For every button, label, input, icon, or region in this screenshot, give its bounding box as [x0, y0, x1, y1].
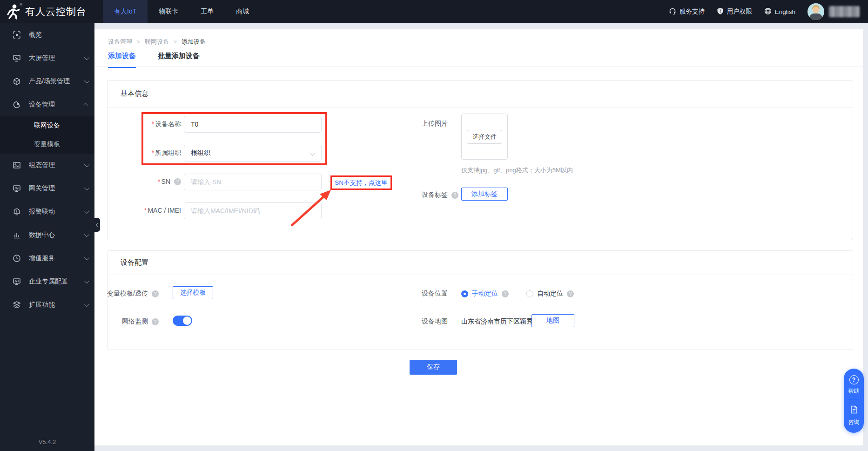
navbar-right: 服务支持 用户权限 English — [669, 0, 868, 23]
sidebar-item-variable-template[interactable]: 变量模板 — [0, 135, 94, 154]
network-monitor-label: 网络监测 ? — [108, 317, 159, 326]
sn-label: *SN ? — [108, 178, 181, 185]
user-permission[interactable]: 用户权限 — [717, 7, 752, 16]
sn-input[interactable] — [184, 174, 322, 190]
sn-not-supported-link[interactable]: SN不支持，点这里 — [330, 175, 392, 190]
service-support[interactable]: 服务支持 — [669, 7, 705, 16]
manual-locate-label[interactable]: 手动定位 — [472, 289, 498, 298]
pie-icon — [13, 101, 21, 109]
sidebar-item-scada-mgmt[interactable]: 组态管理 — [0, 154, 94, 177]
mac-imei-label: *MAC / IMEI — [108, 207, 181, 214]
chevron-down-icon — [84, 232, 89, 237]
chart-icon — [13, 231, 21, 239]
cube-icon — [13, 77, 21, 86]
auto-locate-help-icon[interactable]: ? — [567, 290, 574, 297]
alarm-icon — [13, 208, 21, 216]
clock-icon — [13, 254, 21, 263]
device-name-label: *设备名称 — [108, 120, 181, 128]
choose-template-button[interactable]: 选择模板 — [173, 286, 213, 299]
user-avatar[interactable] — [807, 3, 824, 20]
breadcrumb: 设备管理 > 联网设备 > 添加设备 — [108, 38, 206, 46]
sidebar-item-overview[interactable]: 概览 — [0, 23, 94, 47]
device-location-label: 设备位置 — [422, 289, 448, 298]
org-select[interactable] — [184, 145, 322, 162]
help-question-icon[interactable]: ? — [849, 375, 859, 384]
overview-icon — [13, 31, 21, 39]
app-title: 有人云控制台 — [25, 5, 87, 18]
chevron-down-icon — [84, 209, 89, 214]
manual-locate-help-icon[interactable]: ? — [502, 290, 509, 297]
sidebar-item-alarm-linkage[interactable]: 报警联动 — [0, 200, 94, 223]
sidebar-collapse-handle[interactable] — [94, 218, 100, 232]
basic-info-card: 基本信息 *设备名称 *所属组织 *SN ? *MAC / IMEI SN不支持… — [107, 80, 853, 240]
network-monitor-toggle[interactable] — [173, 316, 192, 326]
sidebar-item-enterprise-config[interactable]: 企业专属配置 — [0, 270, 94, 293]
registered-mark-icon: ® — [20, 3, 22, 6]
code-screen-icon — [13, 277, 21, 286]
chevron-down-icon — [84, 255, 89, 260]
image-icon — [13, 161, 21, 169]
tab-batch-add-device[interactable]: 批量添加设备 — [158, 52, 200, 68]
gateway-icon — [13, 184, 21, 193]
save-button[interactable]: 保存 — [410, 360, 457, 375]
choose-file-button[interactable]: 选择文件 — [467, 130, 502, 144]
sidebar-item-value-added[interactable]: 增值服务 — [0, 247, 94, 270]
device-name-input[interactable] — [184, 116, 322, 133]
usr-logo-icon: ® — [7, 4, 20, 20]
tags-help-icon[interactable]: ? — [451, 192, 458, 199]
map-button[interactable]: 地图 — [532, 314, 574, 327]
nav-tab-work-order[interactable]: 工单 — [189, 0, 225, 23]
chevron-left-icon — [96, 223, 100, 227]
sidebar-item-data-center[interactable]: 数据中心 — [0, 223, 94, 247]
consult-doc-icon[interactable] — [849, 405, 859, 416]
main-panel: 设备管理 > 联网设备 > 添加设备 添加设备 批量添加设备 基本信息 *设备名… — [94, 29, 863, 445]
sidebar-item-gateway-mgmt[interactable]: 网关管理 — [0, 177, 94, 200]
nav-tab-mall[interactable]: 商城 — [225, 0, 260, 23]
manual-locate-radio[interactable] — [461, 290, 468, 297]
device-mgmt-submenu: 联网设备 变量模板 — [0, 116, 94, 154]
template-help-icon[interactable]: ? — [152, 290, 159, 297]
network-help-icon[interactable]: ? — [152, 318, 159, 325]
nav-tab-usr-iot[interactable]: 有人IoT — [103, 0, 148, 23]
logo[interactable]: ® 有人云控制台 — [0, 0, 94, 23]
org-label: *所属组织 — [108, 149, 181, 157]
sidebar-item-networked-devices[interactable]: 联网设备 — [0, 116, 94, 135]
add-tag-button[interactable]: 添加标签 — [461, 188, 508, 201]
device-tags-label: 设备标签 ? — [422, 191, 458, 199]
sidebar-item-device-mgmt[interactable]: 设备管理 — [0, 93, 94, 116]
device-map-label: 设备地图 — [422, 317, 448, 326]
layers-icon — [13, 301, 21, 309]
upload-dropzone[interactable]: 选择文件 — [461, 114, 508, 160]
mac-imei-input[interactable] — [184, 202, 322, 219]
basic-info-title: 基本信息 — [108, 81, 853, 108]
breadcrumb-device-mgmt[interactable]: 设备管理 — [108, 38, 132, 46]
breadcrumb-networked-devices[interactable]: 联网设备 — [145, 38, 169, 46]
sn-help-icon[interactable]: ? — [174, 178, 181, 185]
tabs-divider — [94, 67, 863, 67]
language-switch[interactable]: English — [764, 7, 795, 16]
shield-icon — [717, 7, 724, 16]
tab-add-device[interactable]: 添加设备 — [108, 52, 136, 68]
breadcrumb-separator: > — [174, 39, 177, 45]
version-label: V5.4.2 — [0, 438, 94, 445]
sidebar-item-screen-mgmt[interactable]: 大屏管理 — [0, 47, 94, 70]
chevron-down-icon — [84, 55, 89, 60]
username-blurred — [829, 6, 860, 17]
breadcrumb-add-device: 添加设备 — [182, 38, 206, 46]
device-config-card: 设备配置 变量模板/透传 ? 选择模板 网络监测 ? 设备位置 手动定位 ? 自… — [107, 250, 853, 350]
upload-image-label: 上传图片 — [422, 120, 448, 128]
helper-divider — [848, 400, 860, 400]
globe-icon — [764, 7, 772, 16]
auto-locate-radio[interactable] — [526, 290, 533, 297]
sidebar-item-product-mgmt[interactable]: 产品/场景管理 — [0, 70, 94, 93]
chevron-down-icon — [84, 78, 89, 83]
breadcrumb-separator: > — [137, 39, 140, 45]
sidebar-item-extensions[interactable]: 扩展功能 — [0, 293, 94, 316]
help-label[interactable]: 帮助 — [848, 387, 860, 395]
auto-locate-label[interactable]: 自动定位 — [537, 289, 563, 298]
device-map-address: 山东省济南市历下区颖秀路 — [461, 317, 539, 326]
consult-label[interactable]: 咨询 — [848, 418, 860, 426]
location-radio-group: 手动定位 ? 自动定位 ? — [461, 289, 574, 298]
top-navbar: ® 有人云控制台 有人IoT 物联卡 工单 商城 服务支持 — [0, 0, 868, 23]
nav-tab-iot-card[interactable]: 物联卡 — [148, 0, 189, 23]
